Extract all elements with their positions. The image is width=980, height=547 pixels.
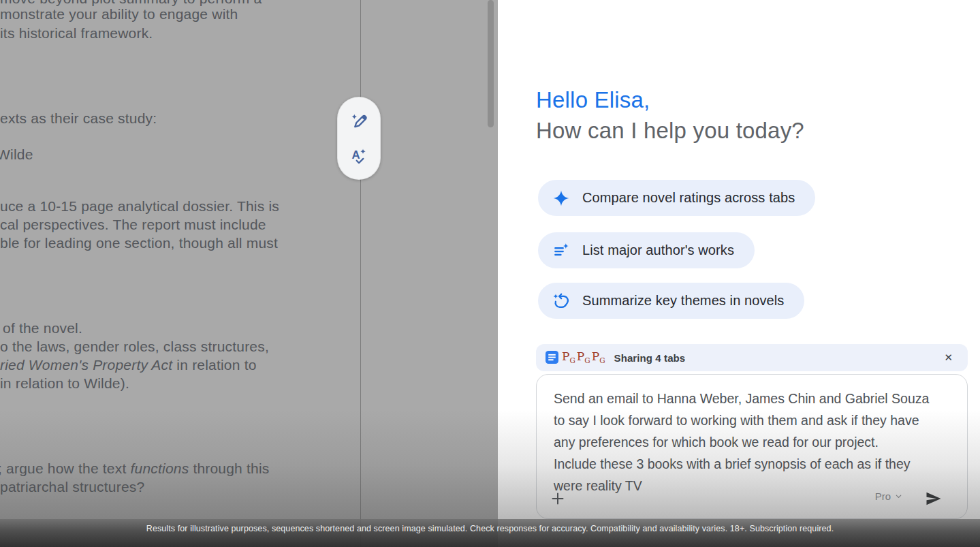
document-text-line: monstrate your ability to engage with (0, 6, 238, 22)
sharing-tabs-label: Sharing 4 tabs (614, 352, 686, 364)
project-gutenberg-icon: PG (592, 351, 605, 364)
prompt-input[interactable]: Send an email to Hanna Weber, James Chin… (554, 388, 959, 497)
prompt-text-line: to say I look forward to working with th… (554, 409, 959, 431)
document-scrollbar-thumb[interactable] (488, 0, 494, 127)
document-text-line: cal perspectives. The report must includ… (0, 217, 266, 233)
suggestion-chip-compare-ratings[interactable]: Compare novel ratings across tabs (538, 180, 815, 216)
disclaimer-text: Results for illustrative purposes, seque… (146, 524, 834, 547)
sharing-tabs-bar: PG PG PG Sharing 4 tabs ✕ (536, 344, 968, 371)
prompt-text-line: Send an email to Hanna Weber, James Chin… (554, 388, 959, 409)
document-text-line: uce a 10-15 page analytical dossier. Thi… (0, 198, 279, 215)
gemini-sparkle-icon (552, 189, 570, 207)
shared-tab-favicons: PG PG PG (546, 351, 605, 364)
document-text-line: of the novel. (3, 320, 82, 337)
disclaimer-bar: Results for illustrative purposes, seque… (0, 519, 980, 547)
composer-toolbar: Pro (537, 486, 967, 513)
document-text-line: in relation to Wilde). (0, 375, 129, 392)
document-text-line: ; argue how the text functions through t… (0, 460, 270, 477)
model-selector[interactable]: Pro (875, 490, 903, 502)
plus-icon (550, 490, 566, 507)
document-text-line: ble for leading one section, though all … (0, 235, 278, 251)
google-docs-icon (546, 351, 558, 364)
app-window: move beyond plot summary to perform a mo… (0, 0, 980, 547)
document-text-line: its historical framework. (0, 25, 153, 42)
prompt-text-line: any preferences for which book we read f… (554, 431, 959, 453)
pencil-sparkle-icon (350, 112, 368, 130)
document-page-divider (360, 0, 361, 547)
help-me-write-button[interactable] (347, 108, 371, 133)
suggestion-chip-summarize-themes[interactable]: Summarize key themes in novels (538, 283, 804, 319)
dimmed-document: move beyond plot summary to perform a mo… (0, 0, 498, 547)
summarize-loop-sparkle-icon (552, 292, 570, 310)
project-gutenberg-icon: PG (577, 351, 590, 364)
send-button[interactable] (919, 486, 948, 512)
project-gutenberg-icon: PG (562, 351, 575, 364)
document-text-line: o the laws, gender roles, class structur… (0, 339, 269, 355)
send-icon (924, 489, 943, 508)
letter-a-check-sparkle-icon: A (350, 147, 368, 166)
suggestion-label: List major author's works (582, 243, 734, 258)
prompt-composer: Send an email to Hanna Weber, James Chin… (536, 374, 968, 519)
document-text-line: Wilde (0, 146, 33, 163)
document-text-line: ried Women's Property Act in relation to (0, 357, 257, 373)
suggestion-label: Summarize key themes in novels (582, 293, 784, 309)
chevron-down-icon (894, 492, 903, 501)
proofread-button[interactable]: A (347, 144, 371, 168)
list-sparkle-icon (552, 242, 570, 260)
writing-tools-toolbar: A (337, 97, 381, 180)
add-attachment-button[interactable] (546, 487, 569, 510)
assistant-panel: Hello Elisa, How can I help you today? C… (498, 0, 980, 547)
svg-text:A: A (351, 149, 360, 161)
document-text-line: exts as their case study: (0, 110, 157, 127)
prompt-text-line: Include these 3 books with a brief synop… (554, 453, 959, 475)
document-text-line: patriarchal structures? (0, 479, 144, 495)
close-icon[interactable]: ✕ (938, 349, 958, 366)
model-label: Pro (875, 490, 891, 502)
suggestion-chip-list-works[interactable]: List major author's works (538, 232, 755, 268)
greeting-question: How can I help you today? (536, 118, 804, 144)
greeting-name: Hello Elisa, (536, 87, 650, 113)
suggestion-label: Compare novel ratings across tabs (582, 190, 795, 206)
